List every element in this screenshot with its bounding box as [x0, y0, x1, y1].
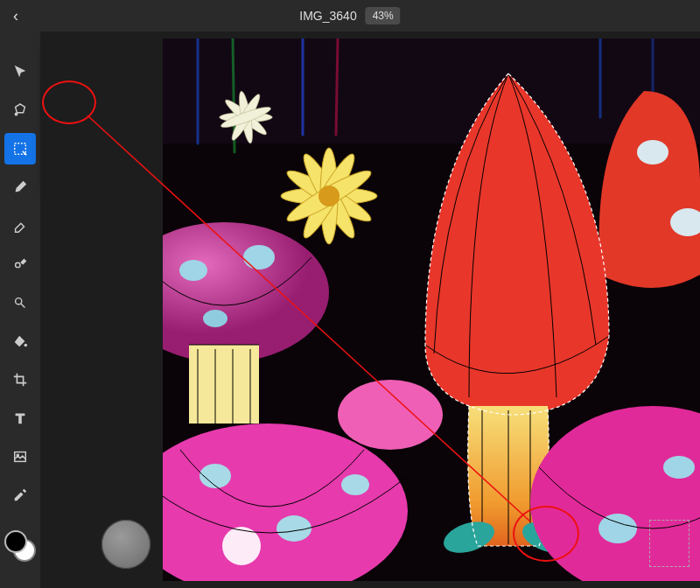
back-button[interactable]: ‹ — [0, 0, 32, 32]
foreground-color-swatch[interactable] — [4, 530, 27, 553]
lasso-tool[interactable] — [4, 94, 36, 126]
svg-point-29 — [318, 186, 340, 206]
svg-point-39 — [203, 310, 228, 327]
dodge-tool[interactable] — [4, 287, 36, 318]
document-title: IMG_3640 — [299, 9, 356, 23]
svg-point-45 — [637, 140, 668, 164]
eraser-tool[interactable] — [4, 210, 36, 242]
fill-tool[interactable] — [4, 326, 36, 357]
svg-point-55 — [341, 474, 369, 495]
canvas-image — [163, 38, 700, 581]
svg-point-58 — [598, 514, 637, 543]
color-swatches[interactable] — [4, 530, 36, 562]
brush-size-indicator[interactable] — [102, 520, 150, 569]
editor-stage — [40, 32, 700, 588]
zoom-level[interactable]: 43% — [366, 7, 401, 24]
svg-rect-40 — [189, 345, 259, 424]
clone-stamp-tool[interactable] — [4, 248, 36, 280]
svg-point-2 — [16, 262, 20, 267]
svg-point-60 — [338, 380, 443, 450]
added-rect-selection — [649, 520, 690, 567]
svg-point-6 — [17, 454, 18, 456]
move-tool[interactable] — [4, 56, 36, 88]
type-tool[interactable] — [4, 402, 36, 434]
svg-point-0 — [15, 113, 17, 115]
svg-point-3 — [16, 298, 22, 304]
top-bar: ‹ IMG_3640 43% — [0, 0, 700, 32]
place-image-tool[interactable] — [4, 441, 36, 472]
svg-point-59 — [663, 456, 695, 479]
eyedropper-tool[interactable] — [4, 480, 36, 511]
svg-point-38 — [243, 245, 275, 270]
svg-line-20 — [336, 38, 338, 135]
brush-tool[interactable] — [4, 172, 36, 203]
svg-point-4 — [24, 344, 28, 347]
marquee-tool[interactable] — [4, 133, 36, 164]
left-toolbar — [0, 32, 40, 588]
image-canvas[interactable] — [163, 38, 700, 581]
crop-tool[interactable] — [4, 364, 36, 396]
document-title-group: IMG_3640 43% — [299, 7, 400, 24]
svg-point-37 — [179, 260, 207, 281]
